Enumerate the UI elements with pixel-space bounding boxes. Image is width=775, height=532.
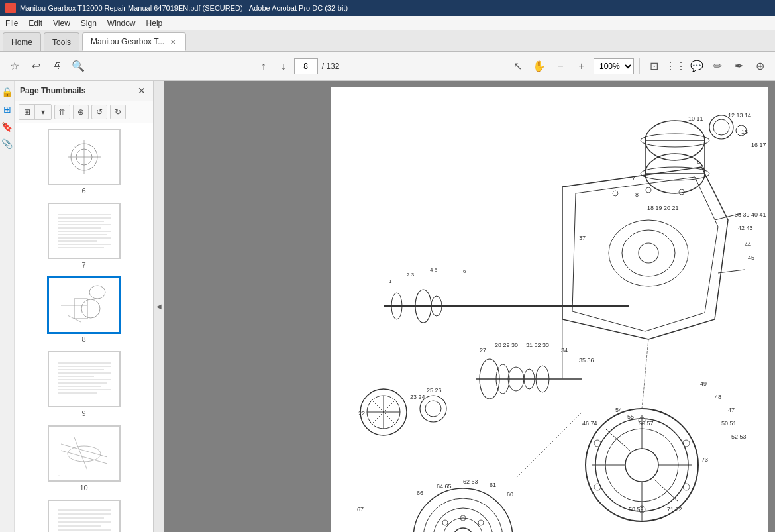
svg-line-159: [516, 412, 582, 478]
thumbnail-page-6[interactable]: ... 6: [17, 129, 150, 195]
thumb-svg-7: [54, 208, 114, 254]
svg-text:35 36: 35 36: [579, 357, 594, 364]
thumbnails-panel: Page Thumbnails ✕ ⊞ ▾ 🗑 ⊕ ↺ ↻: [15, 81, 154, 532]
menu-view[interactable]: View: [48, 17, 76, 29]
separator-1: [93, 58, 93, 74]
print-button[interactable]: 🖨: [48, 57, 66, 76]
thumbnail-list: ... 6: [15, 123, 153, 532]
thumbnail-page-7[interactable]: 7: [17, 203, 150, 269]
thumb-num-8: 8: [81, 335, 85, 343]
svg-text:58 59: 58 59: [629, 506, 644, 513]
thumb-svg-8: ...: [54, 282, 114, 329]
svg-text:56 57: 56 57: [639, 420, 654, 427]
svg-text:...: ...: [58, 325, 60, 328]
bookmark-icon[interactable]: 🔖: [1, 121, 13, 133]
rotate-ccw-button[interactable]: ↺: [91, 105, 107, 119]
svg-text:42 43: 42 43: [738, 225, 753, 231]
svg-point-125: [594, 440, 601, 447]
menu-sign[interactable]: Sign: [76, 17, 102, 29]
search-button[interactable]: 🔍: [69, 57, 87, 76]
page-number-input[interactable]: 8: [294, 58, 318, 74]
tab-home[interactable]: Home: [3, 32, 41, 51]
pdf-view-area[interactable]: 10 11 12 13 14 15 16 17 7 8 18 19 20 21: [323, 81, 775, 532]
svg-point-142: [453, 528, 473, 532]
menu-help[interactable]: Help: [141, 17, 168, 29]
next-page-button[interactable]: ↓: [274, 57, 293, 76]
svg-rect-42: [54, 505, 114, 533]
attachments-icon[interactable]: 📎: [1, 138, 13, 150]
thumb-svg-11: [54, 505, 114, 533]
thumbnail-page-9[interactable]: 9: [17, 351, 150, 417]
drawing-button[interactable]: ✒: [730, 57, 749, 76]
page-total: / 132: [322, 62, 340, 71]
scroll-mode-button[interactable]: ⋮⋮: [666, 57, 685, 76]
highlight-button[interactable]: ✏: [709, 57, 727, 76]
brake-assembly: 49 48 47 50 51 52 53 46 74 73 54 55 56 5…: [582, 380, 747, 521]
tab-close-icon[interactable]: ✕: [168, 37, 178, 46]
svg-point-78: [646, 187, 651, 193]
svg-text:12 13 14: 12 13 14: [728, 112, 751, 119]
bookmark-star-button[interactable]: ☆: [5, 57, 24, 76]
tab-tools[interactable]: Tools: [44, 32, 79, 51]
svg-text:64 65: 64 65: [437, 483, 452, 490]
fit-page-button[interactable]: ⊡: [645, 57, 664, 76]
thumbnail-page-8[interactable]: ... 8: [17, 277, 150, 343]
svg-point-56: [709, 115, 733, 139]
svg-text:7: 7: [632, 175, 635, 182]
thumbnail-img-11: [48, 500, 121, 532]
menu-window[interactable]: Window: [102, 17, 141, 29]
left-gray-area: [164, 81, 323, 532]
panel-collapse-arrow[interactable]: ◀: [154, 81, 164, 532]
thumbnail-page-11[interactable]: 11: [17, 500, 150, 532]
svg-text:44: 44: [745, 241, 751, 248]
svg-text:47: 47: [728, 407, 735, 413]
hand-tool-button[interactable]: ✋: [530, 57, 548, 76]
panel-header: Page Thumbnails ✕: [15, 81, 153, 101]
svg-text:60: 60: [507, 491, 513, 498]
zoom-select[interactable]: 50% 75% 100% 125% 150% 200%: [594, 58, 634, 74]
svg-text:49: 49: [700, 380, 707, 387]
main-area: 🔒 ⊞ 🔖 📎 Page Thumbnails ✕ ⊞ ▾ 🗑 ⊕ ↺ ↻: [0, 81, 775, 532]
separator-2: [503, 58, 503, 74]
insert-page-button[interactable]: ⊕: [73, 105, 89, 119]
menu-bar: File Edit View Sign Window Help: [0, 16, 775, 30]
svg-text:31 32 33: 31 32 33: [526, 342, 549, 348]
svg-text:22: 22: [358, 410, 365, 417]
side-icon-bar: 🔒 ⊞ 🔖 📎: [0, 81, 15, 532]
svg-text:23 24: 23 24: [410, 394, 425, 400]
svg-text:16 17: 16 17: [751, 142, 766, 148]
delete-page-button[interactable]: 🗑: [54, 105, 70, 119]
svg-text:37: 37: [579, 235, 586, 241]
lock-icon[interactable]: 🔒: [1, 86, 13, 98]
svg-point-67: [622, 230, 675, 276]
thumbnail-options-button[interactable]: ▾: [35, 105, 51, 119]
select-tool-button[interactable]: ↖: [509, 57, 527, 76]
thumbnail-img-10: ...: [48, 425, 121, 482]
back-button[interactable]: ↩: [26, 57, 45, 76]
shaft-assembly: 1 2 3 4 5 6 22 23: [358, 267, 629, 435]
prev-page-button[interactable]: ↑: [254, 57, 273, 76]
menu-edit[interactable]: Edit: [23, 17, 48, 29]
svg-text:4 5: 4 5: [430, 267, 438, 273]
menu-file[interactable]: File: [0, 17, 23, 29]
thumbnail-img-6: ...: [48, 129, 121, 185]
svg-text:73: 73: [701, 456, 708, 463]
rotate-cw-button[interactable]: ↻: [110, 105, 126, 119]
svg-point-121: [683, 440, 690, 447]
panel-close-button[interactable]: ✕: [136, 85, 148, 97]
thumbnail-view-button[interactable]: ⊞: [19, 105, 35, 119]
more-tools-button[interactable]: ⊕: [751, 57, 770, 76]
comment-button[interactable]: 💬: [688, 57, 706, 76]
svg-text:6: 6: [463, 268, 466, 274]
tab-doc[interactable]: Manitou Gearbox T... ✕: [82, 32, 186, 51]
tab-tools-label: Tools: [52, 38, 71, 47]
page-navigation: ↑ ↓ 8 / 132: [254, 57, 342, 76]
thumbnail-page-10[interactable]: ... 10: [17, 425, 150, 492]
zoom-in-button[interactable]: +: [572, 57, 591, 76]
svg-text:48: 48: [715, 394, 721, 400]
separator-3: [639, 58, 640, 74]
pages-icon[interactable]: ⊞: [1, 103, 13, 115]
svg-text:66: 66: [417, 490, 423, 496]
zoom-out-button[interactable]: −: [551, 57, 570, 76]
svg-text:2 3: 2 3: [407, 272, 415, 278]
